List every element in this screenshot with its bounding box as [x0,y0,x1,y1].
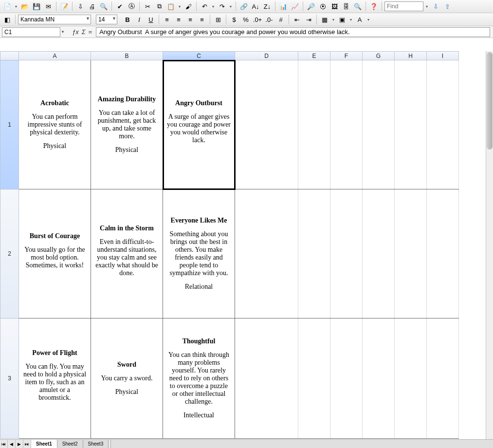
cell-F1[interactable] [330,60,363,189]
cell-A3[interactable]: Power of FlightYou can fly. You may need… [19,318,91,439]
cell-I1[interactable] [427,60,459,189]
cell-E3[interactable] [298,318,330,439]
tab-first-icon[interactable]: ⏮ [0,440,8,448]
new-doc-icon[interactable]: 📄 [2,1,13,12]
cell-C1[interactable]: Angry OutburstA surge of anger gives you… [163,60,235,189]
align-right-button[interactable]: ≡ [185,14,196,25]
export-pdf-icon[interactable]: ⇩ [75,1,86,12]
mail-icon[interactable]: ✉ [43,1,54,12]
save-icon[interactable]: 💾 [31,1,42,12]
column-header-D[interactable]: D [235,52,298,60]
cell-G1[interactable] [363,60,395,189]
bold-button[interactable]: B [122,14,133,25]
sheet-tab-sheet2[interactable]: Sheet2 [57,440,83,448]
cell-E1[interactable] [298,60,330,189]
undo-icon[interactable]: ↶ [199,1,210,12]
equals-icon[interactable]: = [89,28,92,36]
cell-C3[interactable]: ThoughtfulYou can think through many pro… [163,318,235,439]
cell-G3[interactable] [363,318,395,439]
format-paint-icon[interactable]: 🖌 [183,1,194,12]
borders-button[interactable]: ▦ [319,14,330,25]
num-format-button[interactable]: # [275,14,286,25]
cell-I3[interactable] [427,318,459,439]
cell-D1[interactable] [235,60,298,189]
font-color-dropdown[interactable]: ▾ [366,18,371,22]
percent-button[interactable]: % [240,14,251,25]
styles-icon[interactable]: ◧ [2,14,13,25]
bg-color-dropdown[interactable]: ▾ [348,18,353,22]
cell-D2[interactable] [235,189,298,318]
cell-A2[interactable]: Burst of CourageYou usually go for the m… [19,189,91,318]
select-all-corner[interactable] [0,52,19,60]
spreadsheet-grid[interactable]: ABCDEFGHI1AcrobaticYou can perform impre… [0,51,459,439]
font-name-input[interactable] [18,15,91,24]
find-dropdown[interactable]: ▾ [424,4,429,9]
paste-dropdown[interactable]: ▾ [177,4,182,9]
add-decimal-button[interactable]: .0+ [252,14,263,25]
column-header-B[interactable]: B [91,52,163,60]
sort-asc-icon[interactable]: A↓ [250,1,261,12]
sum-icon[interactable]: Σ [82,28,86,36]
tab-next-icon[interactable]: ▶ [16,440,23,448]
chart-edit-icon[interactable]: 📈 [290,1,300,12]
cell-H2[interactable] [395,189,427,318]
bg-color-button[interactable]: ▣ [337,14,347,25]
align-left-button[interactable]: ≡ [162,14,172,25]
column-header-E[interactable]: E [298,52,330,60]
sheet-tab-sheet3[interactable]: Sheet3 [83,440,109,448]
font-name-combo[interactable]: ▼ [18,15,91,24]
column-header-H[interactable]: H [395,52,427,60]
cell-E2[interactable] [298,189,330,318]
cell-ref-dropdown[interactable]: ▼ [60,27,65,37]
find-replace-icon[interactable]: 🔎 [306,1,316,12]
merge-button[interactable]: ⊞ [213,14,223,25]
redo-dropdown[interactable]: ▾ [228,4,233,9]
column-header-F[interactable]: F [330,52,363,60]
underline-button[interactable]: U [146,14,156,25]
sheet-tab-sheet1[interactable]: Sheet1 [31,440,57,448]
row-header-3[interactable]: 3 [0,318,19,439]
cell-H1[interactable] [395,60,427,189]
tab-last-icon[interactable]: ⏭ [23,440,31,448]
remove-decimal-button[interactable]: .0- [264,14,274,25]
cell-G2[interactable] [363,189,395,318]
gallery-icon[interactable]: 🖼 [329,1,340,12]
function-wizard-icon[interactable]: ƒx [72,28,79,36]
navigator-icon[interactable]: ⦿ [317,1,328,12]
hyperlink-icon[interactable]: 🔗 [238,1,249,12]
spellcheck-icon[interactable]: ✔ [114,1,125,12]
formula-input[interactable] [96,27,490,37]
undo-dropdown[interactable]: ▾ [211,4,216,9]
cell-F2[interactable] [330,189,363,318]
cell-B2[interactable]: Calm in the StormEven in difficult-to-un… [91,189,163,318]
cell-H3[interactable] [395,318,427,439]
font-color-button[interactable]: A [354,14,365,25]
column-header-A[interactable]: A [19,52,91,60]
column-header-G[interactable]: G [363,52,395,60]
column-header-I[interactable]: I [427,52,459,60]
find-input[interactable] [384,1,423,11]
column-header-C[interactable]: C [163,52,235,60]
cut-icon[interactable]: ✂ [142,1,153,12]
edit-doc-icon[interactable]: 📝 [59,1,70,12]
cell-reference-input[interactable] [2,27,60,37]
font-size-combo[interactable]: ▼ [96,15,117,24]
autospell-icon[interactable]: Ⓐ [126,1,137,12]
align-center-button[interactable]: ≡ [173,14,184,25]
currency-button[interactable]: $ [229,14,239,25]
align-justify-button[interactable]: ≡ [197,14,207,25]
print-preview-icon[interactable]: 🔍 [98,1,109,12]
cell-B1[interactable]: Amazing DurabilityYou can take a lot of … [91,60,163,189]
borders-dropdown[interactable]: ▾ [331,18,336,22]
increase-indent-button[interactable]: ⇥ [303,14,314,25]
italic-button[interactable]: I [134,14,145,25]
zoom-icon[interactable]: 🔍 [352,1,363,12]
row-header-2[interactable]: 2 [0,189,19,318]
data-sources-icon[interactable]: 🗄 [341,1,351,12]
chart-icon[interactable]: 📊 [278,1,289,12]
sort-desc-icon[interactable]: Z↓ [262,1,273,12]
print-icon[interactable]: 🖨 [87,1,97,12]
redo-icon[interactable]: ↷ [217,1,227,12]
cell-D3[interactable] [235,318,298,439]
tab-prev-icon[interactable]: ◀ [8,440,16,448]
